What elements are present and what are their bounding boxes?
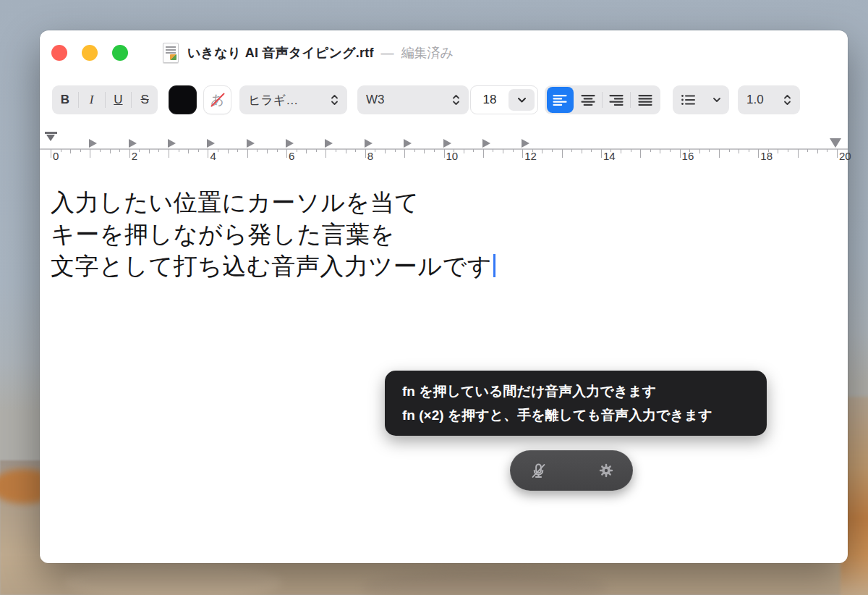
tab-stop-marker[interactable] bbox=[286, 139, 294, 148]
text-caret bbox=[493, 254, 495, 277]
minimize-button[interactable] bbox=[82, 45, 98, 61]
tab-stop-marker[interactable] bbox=[129, 139, 137, 148]
ruler-tick bbox=[277, 149, 278, 152]
document-text-area[interactable]: 入力したい位置にカーソルを当てキーを押しながら発した言葉を文字として打ち込む音声… bbox=[51, 187, 841, 282]
ruler-tick bbox=[807, 149, 808, 152]
tab-stop-marker[interactable] bbox=[247, 139, 255, 148]
titlebar: いきなり AI 音声タイピング.rtf — 編集済み bbox=[40, 30, 848, 75]
ruler-tick bbox=[621, 149, 621, 153]
ruler-tick bbox=[571, 149, 572, 152]
tab-stop-marker[interactable] bbox=[207, 139, 215, 148]
font-weight-value: W3 bbox=[366, 93, 385, 107]
ruler-tick bbox=[139, 149, 140, 152]
ruler-tick bbox=[670, 149, 671, 152]
strikethrough-button[interactable]: S bbox=[132, 93, 158, 107]
align-center-button[interactable] bbox=[574, 87, 602, 113]
tab-stop-marker[interactable] bbox=[89, 139, 97, 148]
font-size-dropdown-button[interactable] bbox=[509, 89, 535, 111]
ruler-tick bbox=[788, 149, 788, 152]
ruler-tick bbox=[660, 149, 660, 153]
ruler-tick bbox=[729, 149, 730, 152]
ruler-unit-label: 4 bbox=[210, 150, 216, 162]
ruler-tick bbox=[631, 149, 631, 152]
line-spacing-stepper[interactable]: 1.0 bbox=[738, 85, 800, 114]
ruler-tick bbox=[119, 149, 120, 152]
ruler-tick bbox=[316, 149, 317, 152]
ruler[interactable]: 02468101214161820 bbox=[40, 130, 848, 168]
right-indent-marker[interactable] bbox=[830, 138, 841, 148]
ruler-unit-label: 8 bbox=[367, 150, 373, 162]
italic-button[interactable]: I bbox=[79, 93, 105, 107]
tab-stop-marker[interactable] bbox=[404, 139, 412, 148]
bold-button[interactable]: B bbox=[52, 93, 78, 107]
tab-stop-marker[interactable] bbox=[168, 139, 176, 148]
ruby-toggle-button[interactable]: あ bbox=[203, 85, 231, 114]
ruler-tick bbox=[473, 149, 474, 152]
ruler-tick bbox=[827, 149, 827, 152]
microphone-muted-icon[interactable] bbox=[529, 461, 548, 481]
ruler-tick bbox=[513, 149, 514, 152]
ruler-tick bbox=[522, 149, 523, 158]
textedit-window: いきなり AI 音声タイピング.rtf — 編集済み B I U S あ ヒラギ… bbox=[40, 30, 848, 563]
tab-stop-marker[interactable] bbox=[365, 139, 373, 148]
ruler-tick bbox=[346, 149, 346, 153]
chevron-down-icon bbox=[712, 97, 721, 103]
ruler-tick bbox=[80, 149, 81, 152]
ruler-tick bbox=[257, 149, 258, 152]
ruler-unit-label: 6 bbox=[289, 150, 294, 162]
ruler-tick bbox=[385, 149, 386, 153]
text-color-swatch[interactable] bbox=[169, 85, 197, 114]
close-button[interactable] bbox=[51, 45, 67, 61]
tab-stop-marker[interactable] bbox=[482, 139, 490, 148]
voice-input-tooltip: fn を押している間だけ音声入力できますfn (×2) を押すと、手を離しても音… bbox=[385, 371, 767, 436]
voice-input-hud bbox=[510, 450, 633, 491]
alignment-segment bbox=[545, 85, 660, 114]
ruler-tick bbox=[837, 149, 838, 158]
ruler-unit-label: 0 bbox=[53, 150, 59, 162]
ruler-tick bbox=[90, 149, 90, 158]
ruler-unit-label: 18 bbox=[760, 150, 773, 162]
ruler-tick bbox=[198, 149, 199, 152]
ruler-tick bbox=[817, 149, 818, 153]
ruler-unit-label: 12 bbox=[524, 150, 537, 162]
ruler-tick bbox=[680, 149, 681, 158]
font-size-field[interactable]: 18 bbox=[470, 85, 538, 114]
tab-stop-marker[interactable] bbox=[443, 139, 451, 148]
ruler-tick bbox=[169, 149, 169, 158]
first-line-indent-marker[interactable] bbox=[45, 132, 57, 134]
underline-button[interactable]: U bbox=[106, 93, 132, 107]
zoom-button[interactable] bbox=[112, 45, 128, 61]
tab-stop-marker[interactable] bbox=[522, 139, 529, 148]
ruler-tick bbox=[286, 149, 287, 158]
ruler-tick bbox=[51, 149, 51, 158]
ruler-tick bbox=[542, 149, 542, 153]
ruler-tick bbox=[306, 149, 307, 153]
ruler-tick bbox=[464, 149, 464, 153]
align-left-button[interactable] bbox=[547, 87, 574, 113]
ruler-tick bbox=[100, 149, 101, 152]
ruler-tick bbox=[110, 149, 111, 153]
ruler-tick bbox=[434, 149, 435, 152]
ruler-unit-label: 20 bbox=[839, 150, 851, 162]
ruler-tick bbox=[640, 149, 641, 158]
tooltip-line: fn (×2) を押すと、手を離しても音声入力できます bbox=[402, 405, 749, 426]
align-justify-button[interactable] bbox=[631, 87, 659, 113]
ruler-tick bbox=[158, 149, 159, 152]
settings-gear-button[interactable] bbox=[598, 463, 614, 478]
tooltip-line: fn を押している間だけ音声入力できます bbox=[402, 381, 749, 402]
left-indent-marker[interactable] bbox=[46, 135, 55, 141]
tab-stop-marker[interactable] bbox=[325, 139, 333, 148]
font-weight-select[interactable]: W3 bbox=[357, 85, 469, 114]
font-family-select[interactable]: ヒラギ… bbox=[239, 85, 347, 114]
chevron-updown-icon bbox=[331, 93, 339, 106]
list-style-select[interactable] bbox=[673, 85, 729, 114]
align-right-button[interactable] bbox=[603, 87, 630, 113]
ruler-tick bbox=[503, 149, 503, 153]
title-separator: — bbox=[381, 46, 394, 61]
edited-status: 編集済み bbox=[401, 44, 454, 62]
document-line: キーを押しながら発した言葉を bbox=[51, 219, 841, 250]
document-icon bbox=[163, 43, 179, 63]
traffic-lights bbox=[51, 45, 128, 61]
ruler-unit-label: 16 bbox=[682, 150, 694, 162]
ruler-tick bbox=[179, 149, 179, 152]
